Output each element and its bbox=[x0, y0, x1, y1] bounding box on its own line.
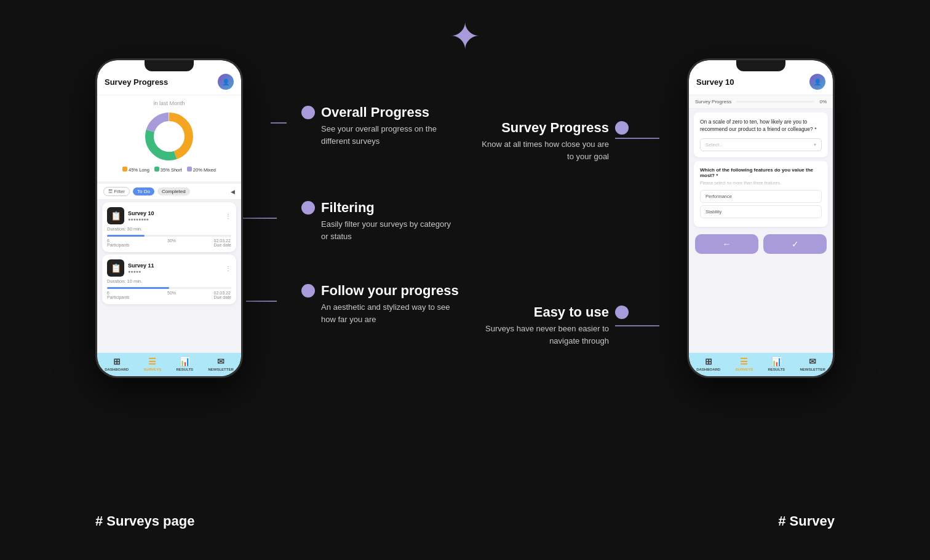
right-phone: Survey 10 👤 Survey Progress 0% On a scal… bbox=[687, 58, 835, 378]
survey-name-1: Survey 10 bbox=[128, 210, 225, 216]
survey-card-1: 📋 Survey 10 ●●●●●●●● ⋮ Duration: 30 min.… bbox=[102, 202, 236, 252]
survey-menu-1[interactable]: ⋮ bbox=[225, 213, 231, 219]
chart-label: in last Month bbox=[105, 100, 234, 106]
left-phone: Survey Progress 👤 in last Month 45% Long… bbox=[95, 58, 243, 378]
chevron-down-icon: ▾ bbox=[814, 142, 816, 148]
survey-progress-fill-1 bbox=[107, 235, 145, 237]
page-title-surveys: # Surveys page bbox=[95, 513, 194, 529]
phone-notch-left bbox=[145, 60, 194, 71]
annotation-easy-to-use: Easy to use Surveys have never been easi… bbox=[474, 304, 629, 347]
chart-legend: 45% Long 35% Short 20% Mixed bbox=[105, 167, 234, 173]
survey-icon-2: 📋 bbox=[107, 259, 124, 277]
nav-label-dashboard-right: DASHBOARD bbox=[696, 368, 720, 371]
survey-dots-1: ●●●●●●●● bbox=[128, 217, 225, 221]
right-phone-title: Survey 10 bbox=[696, 77, 734, 87]
left-bottom-nav: ⊞ DASHBOARD ☰ SURVEYS 📊 RESULTS ✉ NEWSLE… bbox=[97, 353, 241, 376]
annotation-overall-progress: Overall Progress See your overall progre… bbox=[301, 105, 456, 147]
left-avatar: 👤 bbox=[218, 74, 234, 90]
legend-long: 45% Long bbox=[122, 167, 149, 173]
right-avatar: 👤 bbox=[809, 74, 825, 90]
nav-dashboard-right[interactable]: ⊞ DASHBOARD bbox=[696, 357, 720, 371]
survey-info-2: Survey 11 ●●●●● bbox=[128, 262, 225, 274]
dashboard-icon-right: ⊞ bbox=[705, 357, 712, 366]
nav-label-surveys-left: SURVEYS bbox=[144, 368, 162, 371]
annotation-text-2: Easily filter your surveys by category o… bbox=[321, 218, 456, 242]
nav-results-left[interactable]: 📊 RESULTS bbox=[177, 357, 194, 371]
survey-progress-pct-1: 30% bbox=[167, 239, 176, 247]
feature-performance[interactable]: Performance bbox=[700, 190, 822, 203]
nav-label-results-left: RESULTS bbox=[177, 368, 194, 371]
legend-short: 35% Short bbox=[154, 167, 182, 173]
survey-meta-1: 6Participants 30% 02.03.22Due date bbox=[107, 239, 231, 247]
nav-label-newsletter-left: NEWSLETTER bbox=[208, 368, 233, 371]
nav-dashboard-left[interactable]: ⊞ DASHBOARD bbox=[105, 357, 129, 371]
legend-mixed: 20% Mixed bbox=[187, 167, 216, 173]
survey-participants-1: 6Participants bbox=[107, 239, 130, 247]
annotation-dot-5 bbox=[615, 306, 629, 319]
survey-progress-bar-1 bbox=[107, 235, 231, 237]
annotation-title-2: Filtering bbox=[321, 200, 456, 216]
survey-progress-fill-2 bbox=[107, 287, 169, 289]
nav-label-surveys-right: SURVEYS bbox=[736, 368, 753, 371]
survey-participants-2: 6Participants bbox=[107, 291, 130, 299]
feature-stability[interactable]: Stability bbox=[700, 205, 822, 218]
page-title-survey: # Survey bbox=[778, 513, 835, 529]
annotation-survey-progress: Survey Progress Know at all times how cl… bbox=[474, 120, 629, 162]
back-button[interactable]: ← bbox=[695, 234, 758, 254]
nav-label-newsletter-right: NEWSLETTER bbox=[800, 368, 825, 371]
left-phone-screen: Survey Progress 👤 in last Month 45% Long… bbox=[97, 60, 241, 376]
right-thin-bar bbox=[736, 101, 814, 103]
annotation-text-5: Surveys have never been easier to naviga… bbox=[474, 323, 609, 347]
chart-area: in last Month 45% Long 35% Short 20% Mix… bbox=[97, 95, 241, 181]
annotation-text-3: An aesthetic and stylized way to see how… bbox=[321, 301, 456, 325]
nav-newsletter-right[interactable]: ✉ NEWSLETTER bbox=[800, 357, 825, 371]
nav-buttons-area: ← ✓ bbox=[689, 229, 833, 259]
question-block-2: Which of the following features do you v… bbox=[694, 161, 828, 227]
svg-point-8 bbox=[156, 123, 183, 150]
survey-duration-1: Duration: 30 min. bbox=[107, 226, 231, 232]
survey-icon-1: 📋 bbox=[107, 207, 124, 224]
check-button[interactable]: ✓ bbox=[763, 234, 827, 254]
right-phone-screen: Survey 10 👤 Survey Progress 0% On a scal… bbox=[689, 60, 833, 376]
question-2-title: Which of the following features do you v… bbox=[700, 167, 822, 178]
todo-tab[interactable]: To Do bbox=[133, 187, 154, 195]
left-phone-title: Survey Progress bbox=[105, 77, 168, 87]
survey-duration-2: Duration: 10 min. bbox=[107, 278, 231, 284]
survey-info-1: Survey 10 ●●●●●●●● bbox=[128, 210, 225, 221]
annotation-dot-3 bbox=[301, 284, 315, 298]
donut-chart bbox=[105, 109, 234, 164]
question-block-1: On a scale of zero to ten, how likely ar… bbox=[694, 112, 828, 157]
nav-surveys-left[interactable]: ☰ SURVEYS bbox=[144, 357, 162, 371]
annotation-dot-2 bbox=[301, 201, 315, 215]
star-icon: ✦ bbox=[450, 18, 480, 55]
completed-tab[interactable]: Completed bbox=[157, 187, 190, 195]
newsletter-icon-left: ✉ bbox=[217, 357, 225, 366]
survey-menu-2[interactable]: ⋮ bbox=[225, 265, 231, 272]
annotation-title-4: Survey Progress bbox=[474, 120, 609, 136]
nav-surveys-right[interactable]: ☰ SURVEYS bbox=[736, 357, 753, 371]
select-placeholder: Select... bbox=[705, 142, 723, 148]
results-icon-left: 📊 bbox=[180, 357, 190, 366]
nav-newsletter-left[interactable]: ✉ NEWSLETTER bbox=[208, 357, 233, 371]
nav-results-right[interactable]: 📊 RESULTS bbox=[768, 357, 785, 371]
annotation-title-5: Easy to use bbox=[474, 304, 609, 320]
right-progress-label: Survey Progress bbox=[695, 99, 731, 105]
annotation-title-3: Follow your progress bbox=[321, 283, 459, 299]
annotation-filtering: Filtering Easily filter your surveys by … bbox=[301, 200, 456, 242]
dashboard-icon-left: ⊞ bbox=[113, 357, 121, 366]
annotation-dot-4 bbox=[615, 121, 629, 135]
nav-label-results-right: RESULTS bbox=[768, 368, 785, 371]
filter-button[interactable]: ☰ Filter bbox=[103, 187, 130, 196]
survey-card-2: 📋 Survey 11 ●●●●● ⋮ Duration: 10 min. 6P… bbox=[102, 254, 236, 304]
survey-due-2: 02.03.22Due date bbox=[214, 291, 231, 299]
annotation-follow-progress: Follow your progress An aesthetic and st… bbox=[301, 283, 459, 325]
annotation-text-4: Know at all times how close you are to y… bbox=[474, 138, 609, 162]
survey-progress-bar-2 bbox=[107, 287, 231, 289]
filter-arrow: ◀ bbox=[231, 189, 235, 195]
survey-name-2: Survey 11 bbox=[128, 262, 225, 269]
annotation-text-1: See your overall progress on the differe… bbox=[321, 123, 456, 147]
select-dropdown[interactable]: Select... ▾ bbox=[700, 138, 822, 151]
right-progress-row: Survey Progress 0% bbox=[689, 95, 833, 109]
filter-row: ☰ Filter To Do Completed ◀ bbox=[97, 184, 241, 200]
survey-due-1: 02.03.22Due date bbox=[214, 239, 231, 247]
